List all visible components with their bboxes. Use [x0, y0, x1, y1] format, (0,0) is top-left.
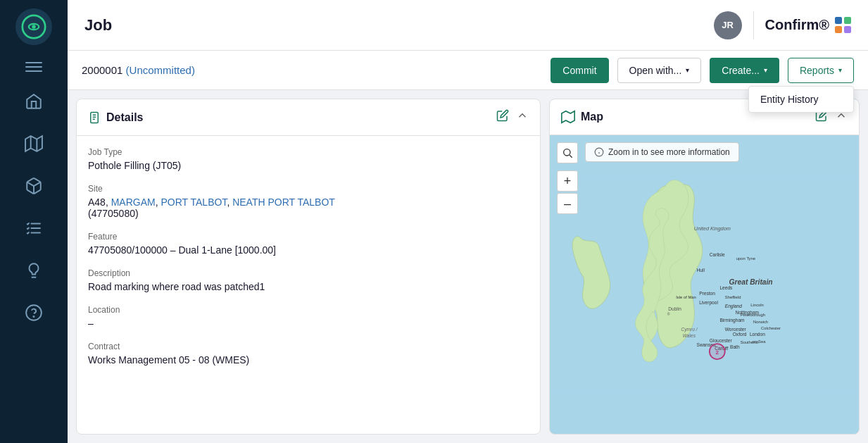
main-content: Job JR Confirm® 2000001 (Uncommitted) Co… — [68, 0, 868, 443]
confirm-brand-text: Confirm® — [765, 17, 829, 33]
svg-text:Cymru /: Cymru / — [681, 327, 698, 332]
site-code: (47705080) — [88, 208, 139, 219]
field-label-description: Description — [88, 268, 529, 278]
field-job-type: Job Type Pothole Filling (JT05) — [88, 147, 529, 171]
svg-marker-15 — [562, 111, 574, 123]
svg-text:Preston: Preston — [699, 291, 715, 296]
svg-marker-2 — [25, 136, 42, 151]
field-value-feature: 47705080/100000 – Dual 1-Lane [1000.00] — [88, 244, 529, 256]
commit-button[interactable]: Commit — [551, 58, 608, 83]
toolbar: 2000001 (Uncommitted) Commit Open with..… — [68, 51, 868, 90]
field-value-job-type: Pothole Filling (JT05) — [88, 160, 529, 171]
site-margam-link[interactable]: MARGAM — [111, 196, 156, 208]
site-port-talbot-link[interactable]: PORT TALBOT — [161, 196, 227, 208]
svg-text:United Kingdom: United Kingdom — [694, 225, 731, 232]
field-label-location: Location — [88, 305, 529, 315]
svg-text:Wales: Wales — [683, 333, 696, 338]
svg-text:upon Tyne: upon Tyne — [736, 256, 755, 261]
svg-point-1 — [32, 25, 35, 28]
details-content: Job Type Pothole Filling (JT05) Site A48… — [77, 136, 540, 389]
details-header-right — [496, 109, 529, 125]
svg-text:Peterborough: Peterborough — [741, 313, 765, 317]
svg-point-9 — [26, 305, 42, 320]
map-panel: Map — [549, 99, 860, 435]
svg-text:Colchester: Colchester — [761, 326, 781, 330]
map-zoom-out-button[interactable]: – — [557, 193, 578, 214]
create-chevron-icon: ▾ — [764, 66, 767, 74]
field-label-feature: Feature — [88, 232, 529, 242]
open-with-chevron-icon: ▾ — [686, 66, 689, 74]
job-status-label: (Uncommitted) — [126, 64, 195, 76]
field-value-description: Road marking where road was patched1 — [88, 281, 529, 292]
map-search-button[interactable] — [557, 142, 578, 163]
svg-text:Bath: Bath — [730, 344, 740, 349]
sidebar-item-help[interactable] — [15, 294, 52, 331]
sidebar-item-home[interactable] — [15, 83, 52, 120]
sidebar-item-tasks[interactable] — [15, 210, 52, 247]
field-site: Site A48, MARGAM, PORT TALBOT, NEATH POR… — [88, 184, 529, 219]
field-description: Description Road marking where road was … — [88, 268, 529, 292]
map-header-left: Map — [561, 110, 603, 124]
site-neath-port-talbot-link[interactable]: NEATH PORT TALBOT — [232, 196, 335, 208]
svg-text:2: 2 — [716, 349, 719, 356]
map-icon — [561, 110, 575, 124]
job-id-number: 2000001 — [82, 64, 122, 76]
svg-text:Great Britain: Great Britain — [729, 278, 773, 286]
svg-text:Sheffield: Sheffield — [725, 295, 741, 299]
edit-icon[interactable] — [496, 109, 509, 125]
reports-label: Reports — [800, 65, 834, 76]
field-label-contract: Contract — [88, 342, 529, 351]
open-with-label: Open with... — [629, 65, 682, 76]
hamburger-menu[interactable] — [20, 56, 48, 77]
reports-chevron-icon: ▾ — [838, 66, 842, 74]
user-avatar[interactable]: JR — [714, 11, 742, 39]
field-contract: Contract Works Management 05 - 08 (WMES) — [88, 342, 529, 366]
field-feature: Feature 47705080/100000 – Dual 1-Lane [1… — [88, 232, 529, 256]
svg-text:Hull: Hull — [697, 268, 705, 273]
job-id-label: 2000001 (Uncommitted) — [82, 64, 542, 76]
collapse-icon[interactable] — [516, 109, 529, 125]
sidebar — [0, 0, 68, 443]
svg-text:Carlisle: Carlisle — [710, 252, 725, 257]
details-panel: Details — [76, 99, 541, 435]
svg-text:Southend-: Southend- — [741, 340, 760, 344]
svg-text:Worcester: Worcester — [725, 327, 747, 332]
reports-dropdown-container: Reports ▾ Entity History — [788, 58, 854, 83]
sidebar-item-packages[interactable] — [15, 168, 52, 204]
header: Job JR Confirm® — [68, 0, 868, 51]
map-tooltip-text: Zoom in to see more information — [608, 147, 730, 157]
svg-text:London: London — [750, 332, 765, 337]
reports-dropdown-menu: Entity History — [748, 86, 854, 113]
create-button[interactable]: Create... ▾ — [710, 58, 779, 83]
info-icon — [594, 147, 604, 157]
page-title: Job — [84, 16, 714, 35]
svg-text:Birmingham: Birmingham — [719, 318, 745, 323]
svg-text:Dublin: Dublin — [668, 306, 681, 311]
sidebar-item-map[interactable] — [15, 125, 52, 162]
details-header-left: Details — [88, 111, 143, 124]
header-right: JR Confirm® — [714, 11, 851, 39]
reports-button[interactable]: Reports ▾ — [788, 58, 854, 83]
svg-text:England: England — [725, 304, 742, 309]
svg-text:Norwich: Norwich — [753, 320, 768, 324]
field-location: Location – — [88, 305, 529, 329]
details-title: Details — [106, 111, 143, 124]
svg-text:Lincoln: Lincoln — [750, 303, 764, 307]
svg-line-50 — [570, 155, 572, 158]
svg-text:Leeds: Leeds — [719, 285, 733, 290]
map-container[interactable]: United Kingdom Carlisle upon Tyne Leeds … — [550, 135, 859, 434]
confirm-brand-icon — [835, 17, 851, 33]
details-panel-header: Details — [77, 99, 540, 136]
app-logo[interactable] — [15, 8, 52, 45]
reports-entity-history-item[interactable]: Entity History — [749, 87, 853, 112]
field-value-location: – — [88, 318, 529, 329]
confirm-brand: Confirm® — [765, 17, 851, 33]
open-with-button[interactable]: Open with... ▾ — [617, 58, 702, 83]
site-prefix: A48, — [88, 196, 111, 208]
map-zoom-in-button[interactable]: + — [557, 170, 578, 192]
map-tooltip: Zoom in to see more information — [585, 142, 739, 162]
sidebar-item-insights[interactable] — [15, 252, 52, 289]
map-title: Map — [581, 111, 603, 123]
svg-text:®: ® — [667, 312, 670, 316]
svg-text:Liverpool: Liverpool — [699, 300, 718, 306]
